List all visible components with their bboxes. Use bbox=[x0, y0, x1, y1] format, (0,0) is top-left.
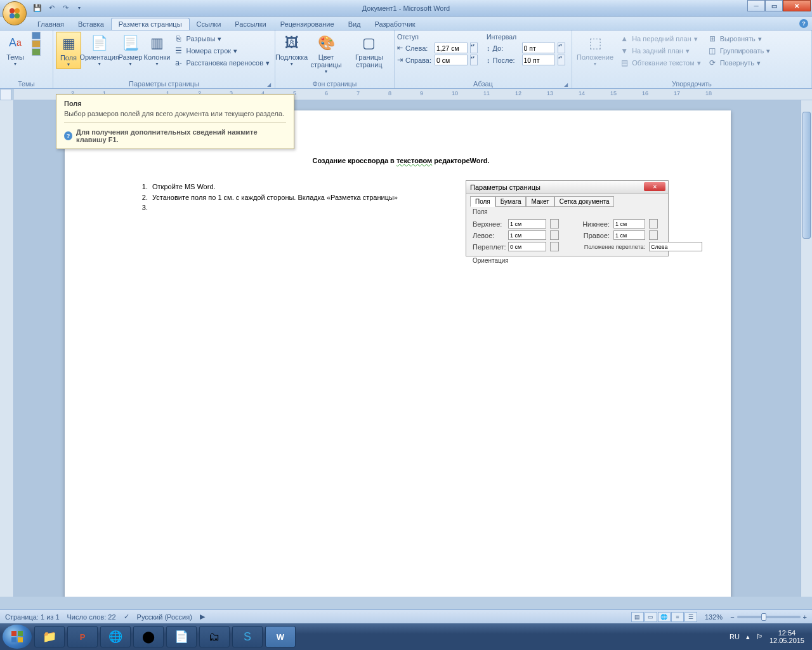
embedded-section-margins: Поля bbox=[466, 207, 668, 216]
hyphenation-button[interactable]: a-Расстановка переносов ▾ bbox=[171, 57, 272, 69]
tooltip: Поля Выбор размеров полей для всего доку… bbox=[56, 94, 294, 149]
zoom-out-button[interactable]: − bbox=[730, 613, 734, 621]
margins-button[interactable]: ▦ Поля▼ bbox=[56, 32, 81, 69]
start-button[interactable] bbox=[3, 625, 32, 649]
tray-clock[interactable]: 12:5412.05.2015 bbox=[769, 629, 804, 644]
taskbar-app[interactable]: ⬤ bbox=[133, 626, 164, 647]
zoom-level[interactable]: 132% bbox=[705, 613, 723, 621]
breaks-button[interactable]: ⎘Разрывы ▾ bbox=[171, 33, 272, 44]
spinner[interactable]: ▴▾ bbox=[470, 43, 478, 53]
page-setup-dialog-launcher[interactable]: ◢ bbox=[267, 82, 271, 88]
tab-home[interactable]: Главная bbox=[30, 18, 71, 30]
tray-lang[interactable]: RU bbox=[730, 633, 740, 640]
watermark-button[interactable]: 🖼Подложка▼ bbox=[278, 32, 305, 68]
zoom-in-button[interactable]: + bbox=[803, 613, 807, 621]
tray-chevron-icon[interactable]: ▴ bbox=[746, 633, 750, 641]
spacing-after-input[interactable] bbox=[522, 55, 555, 65]
svg-point-3 bbox=[15, 13, 20, 18]
group-label-arrange: Упорядочить bbox=[575, 79, 809, 88]
bring-front-button[interactable]: ▲На передний план ▾ bbox=[617, 33, 704, 44]
taskbar-app[interactable]: 📄 bbox=[166, 626, 197, 647]
spinner[interactable]: ▴▾ bbox=[470, 55, 478, 65]
spinner[interactable]: ▴▾ bbox=[558, 55, 565, 65]
tab-view[interactable]: Вид bbox=[341, 18, 368, 30]
taskbar-word[interactable]: W bbox=[265, 626, 296, 647]
tab-references[interactable]: Ссылки bbox=[190, 18, 228, 30]
embedded-tab: Макет bbox=[526, 196, 554, 207]
themes-button[interactable]: Aa Темы▼ bbox=[3, 32, 28, 68]
page-color-button[interactable]: 🎨Цвет страницы▼ bbox=[306, 32, 346, 76]
tab-mailings[interactable]: Рассылки bbox=[228, 18, 273, 30]
minimize-button[interactable]: ─ bbox=[747, 0, 765, 11]
view-draft[interactable]: ☰ bbox=[684, 612, 697, 622]
page-borders-button[interactable]: ▢Границы страниц bbox=[347, 32, 391, 70]
themes-icon: Aa bbox=[5, 33, 25, 53]
indent-right-input[interactable] bbox=[435, 55, 468, 65]
close-button[interactable]: ✕ bbox=[783, 0, 811, 11]
position-icon: ⬚ bbox=[585, 33, 605, 53]
qat-dropdown-icon[interactable]: ▼ bbox=[74, 3, 85, 14]
embedded-screenshot: Параметры страницы ✕ Поля Бумага Макет С… bbox=[466, 180, 669, 256]
indent-left-icon: ⇤ bbox=[397, 44, 403, 52]
view-web-layout[interactable]: 🌐 bbox=[658, 612, 671, 622]
scrollbar-vertical[interactable] bbox=[801, 100, 812, 597]
undo-icon[interactable]: ↶ bbox=[46, 3, 57, 14]
document-area: Создание кроссворда в текстовом редактор… bbox=[14, 100, 801, 597]
send-back-icon: ▼ bbox=[619, 46, 629, 56]
page-borders-icon: ▢ bbox=[359, 33, 379, 53]
align-icon: ⊞ bbox=[707, 34, 717, 44]
taskbar-powerpoint[interactable]: P bbox=[67, 626, 98, 647]
tray-flag-icon[interactable]: 🏳 bbox=[756, 633, 763, 640]
group-label-paragraph: Абзац◢ bbox=[397, 79, 569, 88]
orientation-button[interactable]: 📄 Ориентация▼ bbox=[82, 32, 117, 68]
group-button[interactable]: ◫Группировать ▾ bbox=[705, 45, 773, 56]
tab-insert[interactable]: Вставка bbox=[71, 18, 111, 30]
align-button[interactable]: ⊞Выровнять ▾ bbox=[705, 33, 773, 44]
taskbar-chrome[interactable]: 🌐 bbox=[100, 626, 131, 647]
close-icon: ✕ bbox=[644, 182, 665, 191]
size-button[interactable]: 📃 Размер▼ bbox=[118, 32, 143, 68]
group-label-page-bg: Фон страницы bbox=[278, 79, 391, 88]
spacing-before-input[interactable] bbox=[522, 43, 555, 53]
save-icon[interactable]: 💾 bbox=[32, 3, 43, 14]
status-language[interactable]: Русский (Россия) bbox=[137, 613, 192, 621]
page[interactable]: Создание кроссворда в текстовом редактор… bbox=[65, 110, 731, 597]
svg-rect-4 bbox=[11, 631, 16, 636]
tab-review[interactable]: Рецензирование bbox=[273, 18, 341, 30]
indent-left-input[interactable] bbox=[435, 43, 468, 53]
tab-developer[interactable]: Разработчик bbox=[368, 18, 422, 30]
help-icon[interactable]: ? bbox=[799, 19, 808, 28]
columns-button[interactable]: ▥ Колонки▼ bbox=[145, 32, 170, 68]
ruler-vertical[interactable] bbox=[0, 100, 14, 597]
view-print-layout[interactable]: ▤ bbox=[631, 612, 644, 622]
position-button[interactable]: ⬚Положение▼ bbox=[575, 32, 615, 68]
maximize-button[interactable]: ▭ bbox=[765, 0, 783, 11]
spacing-before-icon: ↕ bbox=[487, 44, 490, 52]
office-button[interactable] bbox=[3, 1, 27, 25]
view-full-screen[interactable]: ▭ bbox=[645, 612, 657, 622]
line-numbers-button[interactable]: ☰Номера строк ▾ bbox=[171, 45, 272, 56]
svg-rect-6 bbox=[11, 637, 16, 642]
taskbar-explorer[interactable]: 📁 bbox=[34, 626, 65, 647]
text-wrap-button[interactable]: ▤Обтекание текстом ▾ bbox=[617, 57, 704, 69]
rotate-button[interactable]: ⟳Повернуть ▾ bbox=[705, 57, 773, 69]
zoom-slider[interactable] bbox=[737, 616, 801, 618]
scrollbar-thumb[interactable] bbox=[802, 112, 811, 239]
view-outline[interactable]: ≡ bbox=[671, 612, 684, 622]
taskbar-skype[interactable]: S bbox=[232, 626, 263, 647]
spellcheck-icon[interactable]: ✓ bbox=[124, 613, 129, 621]
macro-icon[interactable]: ▶ bbox=[200, 613, 205, 621]
spinner[interactable]: ▴▾ bbox=[558, 43, 565, 53]
taskbar: 📁 P 🌐 ⬤ 📄 🗂 S W RU ▴ 🏳 12:5412.05.2015 bbox=[0, 623, 812, 650]
status-page[interactable]: Страница: 1 из 1 bbox=[5, 613, 60, 621]
send-back-button[interactable]: ▼На задний план ▾ bbox=[617, 45, 704, 56]
taskbar-folder[interactable]: 🗂 bbox=[199, 626, 230, 647]
text-wrap-icon: ▤ bbox=[619, 58, 629, 68]
paragraph-dialog-launcher[interactable]: ◢ bbox=[564, 82, 568, 88]
tab-page-layout[interactable]: Разметка страницы bbox=[111, 18, 190, 30]
status-words[interactable]: Число слов: 22 bbox=[67, 613, 116, 621]
theme-colors-button[interactable] bbox=[32, 32, 41, 56]
redo-icon[interactable]: ↷ bbox=[60, 3, 71, 14]
tab-selector[interactable] bbox=[0, 89, 11, 100]
tooltip-body: Выбор размеров полей для всего документа… bbox=[64, 110, 286, 123]
